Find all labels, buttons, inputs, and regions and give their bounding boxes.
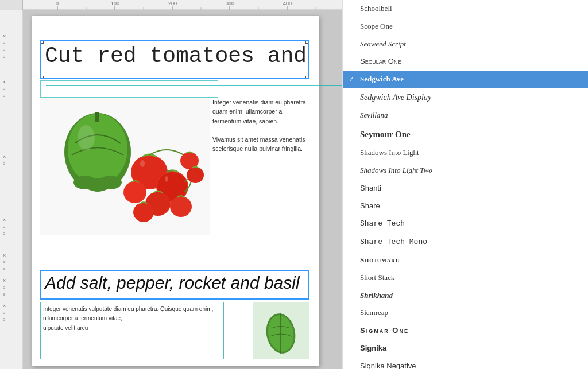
- font-item-shojumaru[interactable]: ✓Shojumaru: [343, 251, 588, 269]
- herb-svg: [253, 302, 309, 359]
- svg-text:0: 0: [56, 1, 59, 6]
- font-label: Siemreap: [360, 308, 388, 317]
- check-mark-icon: ✓: [349, 74, 354, 85]
- font-item-shrikhand[interactable]: ✓Shrikhand: [343, 287, 588, 305]
- font-label: Shrikhand: [360, 291, 393, 300]
- font-label: Seaweed Script: [360, 40, 406, 48]
- svg-text:×: ×: [3, 154, 6, 160]
- font-item-sigmar-one[interactable]: ✓Sigmar One: [343, 322, 588, 340]
- font-item-short-stack[interactable]: ✓Short Stack: [343, 269, 588, 287]
- ruler-left: × ≡ ≡ ≡ × ≡ ≡ × ≡ × ≡ ≡ × ≡ ≡ × ≡ ≡ × ≡ …: [0, 10, 23, 369]
- font-label: Sedgwich Ave: [360, 75, 404, 83]
- font-label: Secular One: [360, 57, 401, 65]
- font-label: Seymour One: [360, 130, 411, 139]
- font-item-scope-one[interactable]: ✓Scope One: [343, 18, 588, 36]
- font-label: Sedgwich Ave Display: [360, 93, 431, 102]
- font-item-shanti[interactable]: ✓Shanti: [343, 180, 588, 197]
- frame-subhead: [40, 80, 218, 98]
- font-label: Shanti: [360, 184, 381, 192]
- svg-text:×: ×: [3, 253, 6, 258]
- svg-text:≡: ≡: [3, 317, 6, 323]
- font-item-signika[interactable]: ✓Signika: [343, 340, 588, 358]
- svg-text:≡: ≡: [3, 224, 6, 230]
- body-text2: Vivamus sit amet massa venenatis sceleri…: [212, 135, 307, 154]
- font-dropdown-panel[interactable]: ✓Schoolbell✓Scope One✓Seaweed Script✓Sec…: [342, 0, 588, 369]
- font-label: Sigmar One: [360, 326, 409, 335]
- font-item-shadows-into-light-two[interactable]: ✓Shadows Into Light Two: [343, 162, 588, 180]
- frame-content2: Integer venenatis vulputate diam eu phar…: [40, 302, 309, 359]
- svg-text:100: 100: [111, 1, 119, 6]
- svg-point-47: [99, 176, 122, 189]
- font-label: Sevillana: [360, 111, 388, 119]
- handle-bl: [40, 76, 44, 79]
- svg-text:300: 300: [226, 1, 234, 6]
- svg-text:≡: ≡: [3, 87, 6, 92]
- svg-text:×: ×: [3, 79, 6, 85]
- svg-text:≡: ≡: [3, 285, 6, 290]
- font-label: Shadows Into Light: [360, 148, 419, 157]
- ruler-left-svg: × ≡ ≡ ≡ × ≡ ≡ × ≡ × ≡ ≡ × ≡ ≡ × ≡ ≡ × ≡ …: [0, 10, 23, 369]
- font-item-signika-negative[interactable]: ✓Signika Negative: [343, 358, 588, 369]
- frame-heading1: Cut red tomatoes and gre: [40, 40, 309, 79]
- body-text1: Integer venenatis diam eu pharetra quam …: [212, 98, 307, 126]
- produce-illustration: [40, 98, 210, 235]
- font-item-sedgwich-ave[interactable]: ✓Sedgwich Ave: [343, 71, 588, 88]
- font-item-sedgwich-ave-display[interactable]: ✓Sedgwich Ave Display: [343, 88, 588, 107]
- font-item-shadows-into-light[interactable]: ✓Shadows Into Light: [343, 144, 588, 162]
- svg-point-44: [78, 125, 95, 150]
- svg-rect-43: [95, 112, 99, 122]
- svg-point-54: [123, 181, 146, 203]
- heading2-text: Add salt, pepper, rocket and basil: [41, 271, 308, 295]
- heading1-text: Cut red tomatoes and gre: [41, 41, 308, 71]
- font-item-secular-one[interactable]: ✓Secular One: [343, 53, 588, 71]
- svg-text:≡: ≡: [3, 41, 6, 46]
- font-label: Share Tech Mono: [360, 238, 427, 246]
- font-label: Signika Negative: [360, 362, 416, 369]
- body-text3: Integer venenatis vulputate diam eu phar…: [43, 305, 221, 323]
- handle-tl: [40, 40, 44, 44]
- font-item-siemreap[interactable]: ✓Siemreap: [343, 304, 588, 322]
- handle-tr: [305, 40, 309, 44]
- font-item-schoolbell[interactable]: ✓Schoolbell: [343, 0, 588, 18]
- svg-text:×: ×: [3, 33, 6, 39]
- svg-text:×: ×: [3, 303, 6, 309]
- font-item-seaweed-script[interactable]: ✓Seaweed Script: [343, 36, 588, 53]
- svg-point-53: [165, 176, 168, 182]
- svg-point-56: [170, 196, 192, 217]
- page: Cut red tomatoes and gre: [32, 16, 319, 366]
- font-label: Shojumaru: [360, 255, 400, 264]
- font-item-sevillana[interactable]: ✓Sevillana: [343, 107, 588, 125]
- svg-point-57: [133, 203, 154, 222]
- svg-text:≡: ≡: [3, 231, 6, 236]
- font-label: Share Tech: [360, 219, 405, 228]
- svg-text:≡: ≡: [3, 161, 6, 166]
- svg-point-50: [140, 160, 145, 167]
- font-label: Short Stack: [360, 273, 394, 282]
- text-column2: Integer venenatis vulputate diam eu phar…: [43, 305, 221, 333]
- herb-image: [253, 302, 309, 359]
- svg-text:×: ×: [3, 217, 6, 223]
- font-label: Scope One: [360, 22, 393, 30]
- font-label: Schoolbell: [360, 4, 392, 13]
- font-item-share-tech[interactable]: ✓Share Tech: [343, 215, 588, 233]
- font-label: Shadows Into Light Two: [360, 166, 432, 174]
- text-column1: Integer venenatis diam eu pharetra quam …: [212, 98, 307, 154]
- font-item-share[interactable]: ✓Share: [343, 197, 588, 215]
- svg-text:≡: ≡: [3, 55, 6, 60]
- svg-text:≡: ≡: [3, 260, 6, 265]
- svg-text:×: ×: [3, 278, 6, 283]
- font-item-seymour-one[interactable]: ✓Seymour One: [343, 125, 588, 144]
- font-item-share-tech-mono[interactable]: ✓Share Tech Mono: [343, 233, 588, 251]
- svg-point-42: [68, 114, 127, 185]
- svg-text:≡: ≡: [3, 292, 6, 297]
- handle-br: [305, 76, 309, 79]
- ruler-corner: [0, 0, 23, 10]
- svg-text:≡: ≡: [3, 48, 6, 53]
- svg-text:≡: ≡: [3, 94, 6, 99]
- canvas-area: 1 Cut red tomatoes and gre: [23, 10, 342, 369]
- svg-text:400: 400: [283, 1, 292, 6]
- svg-text:≡: ≡: [3, 310, 6, 316]
- font-label: Signika: [360, 344, 386, 352]
- guide-horizontal-1: [46, 85, 342, 86]
- svg-point-59: [187, 167, 204, 183]
